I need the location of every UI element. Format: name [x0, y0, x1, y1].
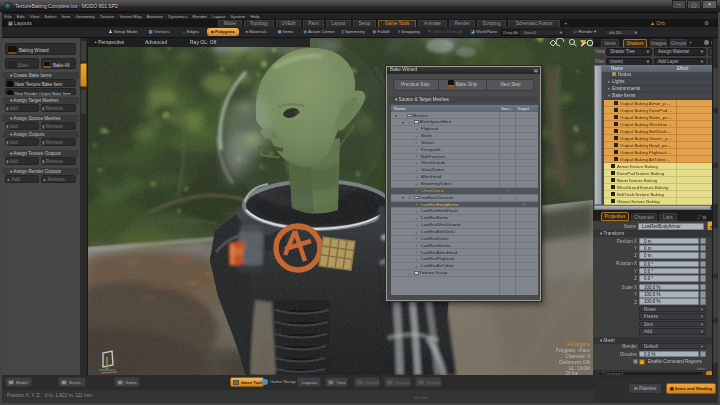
- svg-text:4 Polygons: 4 Polygons: [567, 342, 590, 347]
- svg-text:Ray GL: Off: Ray GL: Off: [190, 39, 217, 45]
- svg-text:▪ Perspective: ▪ Perspective: [95, 39, 125, 45]
- svg-text:Polygons: √Face: Polygons: √Face: [556, 348, 591, 353]
- svg-text:Advanced: Advanced: [145, 39, 167, 45]
- svg-text:Channels: 0: Channels: 0: [565, 354, 590, 359]
- svg-text:Deformers: 0%: Deformers: 0%: [559, 360, 590, 365]
